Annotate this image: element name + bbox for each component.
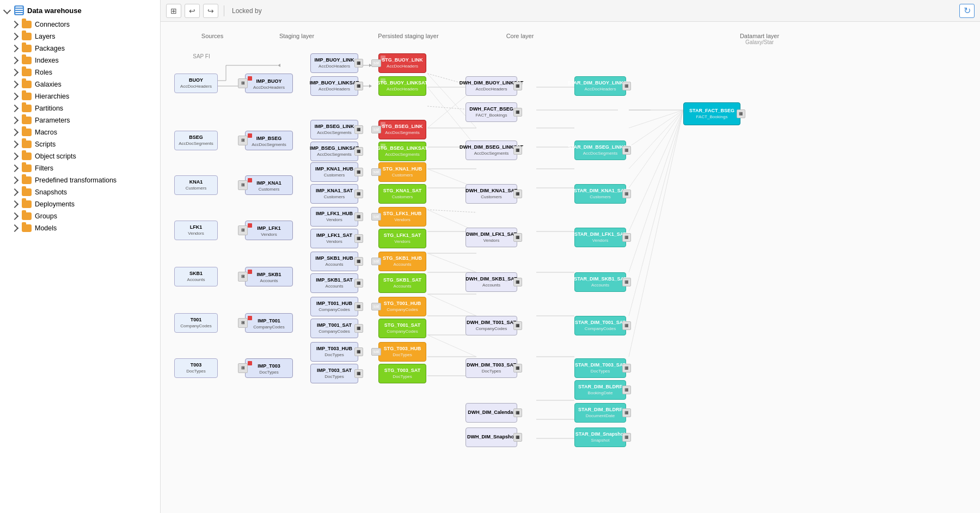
imp-skb1[interactable]: ⊞ IMP_SKB1 Accounts — [245, 267, 293, 286]
imp-t001-hub[interactable]: IMP_T001_HUB CompanyCodes ▦ — [310, 297, 358, 316]
imp-bseg-linksat[interactable]: IMP_BSEG_LINKSAT AccDocSegments ▦ — [310, 142, 358, 161]
core-dim-kna1-sat[interactable]: DWH_DIM_KNA1_SAT Customers ▦ — [465, 184, 517, 204]
source-kna1[interactable]: KNA1 Customers — [174, 175, 218, 195]
sidebar-item-models[interactable]: Models — [0, 222, 160, 234]
imp-lfk1[interactable]: ⊞ IMP_LFK1 Vendors — [245, 221, 293, 240]
sidebar-item-layers[interactable]: Layers — [0, 30, 160, 42]
core-fact-bseg[interactable]: DWH_FACT_BSEG FACT_Bookings ▦ — [465, 102, 517, 122]
stg-kna1-hub[interactable]: STG_KNA1_HUB Customers sat — [378, 162, 426, 182]
imp-kna1-sat[interactable]: IMP_KNA1_SAT Customers ▦ — [310, 184, 358, 204]
star-dim-lfk1-sat[interactable]: STAR_DIM_LFK1_SAT Vendors ▦ — [574, 228, 626, 247]
sidebar-item-partitions[interactable]: Partitions — [0, 102, 160, 114]
star-dim-skb1-sat[interactable]: STAR_DIM_SKB1_SAT Accounts ▦ — [574, 272, 626, 292]
imp-kna1-hub[interactable]: IMP_KNA1_HUB Customers ▦ — [310, 162, 358, 182]
star-dim-kna1-sat[interactable]: STAR_DIM_KNA1_SAT Customers ▦ — [574, 184, 626, 204]
imp-lfk1-sat[interactable]: IMP_LFK1_SAT Vendors ▦ — [310, 229, 358, 248]
stg-lfk1-sat[interactable]: STG_LFK1_SAT Vendors — [378, 229, 426, 248]
sap-fi-label: SAP FI — [171, 53, 231, 59]
packages-folder-icon — [22, 45, 32, 52]
dm-badge6: ▦ — [622, 321, 631, 330]
core-dim-calendar[interactable]: DWH_DIM_Calendar ▦ — [465, 403, 517, 423]
sidebar-item-macros[interactable]: Macros — [0, 126, 160, 138]
imp-t003-sat[interactable]: IMP_T003_SAT DocTypes ▦ — [310, 364, 358, 383]
list-icon: ⊞ — [170, 7, 177, 15]
star-dim-bldrf-documentdate[interactable]: STAR_DIM_BLDRF DocumentDate ▦ — [574, 403, 626, 423]
stg-kna1-sat[interactable]: STG_KNA1_SAT Customers — [378, 184, 426, 204]
imp-skb1-sat[interactable]: IMP_SKB1_SAT Accounts ▦ — [310, 273, 358, 293]
imp-t003[interactable]: ⊞ IMP_T003 DocTypes — [245, 358, 293, 378]
imp-buoy-linksat[interactable]: IMP_BUOY_LINKSAT AccDocHeaders ▦ — [310, 76, 358, 96]
db-icon — [14, 5, 24, 15]
list-btn[interactable]: ⊞ — [166, 4, 181, 18]
sidebar-item-roles[interactable]: Roles — [0, 66, 160, 78]
source-t001[interactable]: T001 CompanyCodes — [174, 313, 218, 333]
stg-lfk1-hub[interactable]: STG_LFK1_HUB Vendors sat — [378, 207, 426, 227]
sidebar-item-hierarchies[interactable]: Hierarchies — [0, 90, 160, 102]
sidebar-item-indexes[interactable]: Indexes — [0, 54, 160, 66]
tree-root[interactable]: Data warehouse — [0, 2, 160, 19]
sidebar-item-connectors[interactable]: Connectors — [0, 19, 160, 30]
imp-skb1-hub[interactable]: IMP_SKB1_HUB Accounts ▦ — [310, 252, 358, 271]
right-badge14: ▦ — [354, 369, 363, 378]
stg-t001-hub[interactable]: STG_T001_HUB CompanyCodes sat — [378, 297, 426, 316]
source-t003[interactable]: T003 DocTypes — [174, 358, 218, 378]
core-dim-t003-sat[interactable]: DWH_DIM_T003_SAT DocTypes ▦ — [465, 358, 517, 378]
imp-t003-hub[interactable]: IMP_T003_HUB DocTypes ▦ — [310, 342, 358, 362]
stg-bseg-linksat[interactable]: STG_BSEG_LINKSAT AccDocSegments — [378, 142, 426, 161]
stg-bseg-link[interactable]: STG_BSEG_LINK AccDocSegments sat — [378, 120, 426, 139]
models-label: Models — [35, 224, 57, 232]
stg-skb1-hub[interactable]: STG_SKB1_HUB Accounts sat — [378, 252, 426, 271]
core-dim-bseg-linksat[interactable]: DWH_DIM_BSEG_LINKSAT AccDocSegments ▦ — [465, 141, 517, 160]
undo-btn[interactable]: ↩ — [185, 4, 200, 18]
imp-bseg-link[interactable]: IMP_BSEG_LINK AccDocSegments ▦ — [310, 120, 358, 139]
sidebar-item-filters[interactable]: Filters — [0, 162, 160, 174]
core-dim-buoy-linksat[interactable]: DWH_DIM_BUOY_LINKSAT AccDocHeaders ▦ — [465, 76, 517, 96]
star-dim-bseg-linksat[interactable]: STAR_DIM_BSEG_LINKSAT AccDocSegments ▦ — [574, 141, 626, 160]
star-dim-buoy-linksat[interactable]: STAR_DIM_BUOY_LINKSAT AccDocHeaders ▦ — [574, 76, 626, 96]
imp-lfk1-hub[interactable]: IMP_LFK1_HUB Vendors ▦ — [310, 207, 358, 227]
star-fact-bseg[interactable]: STAR_FACT_BSEG FACT_Bookings ▦ — [683, 102, 740, 125]
core-dim-lfk1-sat[interactable]: DWH_DIM_LFK1_SAT Vendors ▦ — [465, 228, 517, 247]
stg-badge-l7: sat — [371, 348, 381, 356]
canvas-container[interactable]: Sources Staging layer Persisted staging … — [161, 22, 980, 513]
stg-buoy-link[interactable]: STG_BUOY_LINK AccDocHeaders sat — [378, 53, 426, 73]
imp-buoy-adc[interactable]: ⊞ IMP_BUOY AccDocHeaders — [245, 74, 293, 93]
star-dim-t003-sat[interactable]: STAR_DIM_T003_SAT DocTypes ▦ — [574, 358, 626, 378]
sidebar-item-packages[interactable]: Packages — [0, 42, 160, 54]
redo-btn[interactable]: ↪ — [203, 4, 218, 18]
imp-badge3: ⊞ — [238, 180, 248, 190]
core-dim-snapshot[interactable]: DWH_DIM_Snapshot ▦ — [465, 428, 517, 447]
stg-buoy-linksat[interactable]: STG_BUOY_LINKSAT AccDocHeaders — [378, 76, 426, 96]
imp-buoy-link[interactable]: IMP_BUOY_LINK AccDocHeaders ▦ — [310, 53, 358, 73]
sidebar-item-scripts[interactable]: Scripts — [0, 138, 160, 150]
sidebar-item-snapshots[interactable]: Snapshots — [0, 186, 160, 198]
stg-badge-l5: sat — [371, 258, 381, 265]
stg-t001-sat[interactable]: STG_T001_SAT CompanyCodes — [378, 319, 426, 338]
sidebar-item-predefined-transformations[interactable]: Predefined transformations — [0, 174, 160, 186]
sidebar-item-object-scripts[interactable]: Object scripts — [0, 150, 160, 162]
stg-t003-sat[interactable]: STG_T003_SAT DocTypes — [378, 364, 426, 383]
groups-folder-icon — [22, 212, 32, 220]
refresh-btn[interactable]: ↻ — [959, 4, 975, 18]
source-bseg[interactable]: BSEG AccDocSegments — [174, 131, 218, 150]
core-dim-t001-sat[interactable]: DWH_DIM_T001_SAT CompanyCodes ▦ — [465, 316, 517, 335]
sidebar-item-parameters[interactable]: Parameters — [0, 114, 160, 126]
source-buoy[interactable]: BUOY AccDocHeaders — [174, 74, 218, 93]
imp-bseg[interactable]: ⊞ IMP_BSEG AccDocSegments — [245, 131, 293, 150]
stg-skb1-sat[interactable]: STG_SKB1_SAT Accounts — [378, 273, 426, 293]
star-dim-t001-sat[interactable]: STAR_DIM_T001_SAT CompanyCodes ▦ — [574, 316, 626, 335]
core-dim-skb1-sat[interactable]: DWH_DIM_SKB1_SAT Accounts ▦ — [465, 272, 517, 292]
source-skb1[interactable]: SKB1 Accounts — [174, 267, 218, 286]
filters-label: Filters — [35, 164, 53, 172]
imp-t001-sat[interactable]: IMP_T001_SAT CompanyCodes ▦ — [310, 319, 358, 338]
imp-t001[interactable]: ⊞ IMP_T001 CompanyCodes — [245, 313, 293, 333]
stg-t003-hub[interactable]: STG_T003_HUB DocTypes sat — [378, 342, 426, 362]
star-dim-snapshot[interactable]: STAR_DIM_Snapshot Snapshot ▦ — [574, 428, 626, 447]
source-lfk1[interactable]: LFK1 Vendors — [174, 221, 218, 240]
sidebar-item-deployments[interactable]: Deployments — [0, 198, 160, 210]
imp-kna1[interactable]: ⊞ IMP_KNA1 Customers — [245, 175, 293, 195]
sidebar-item-groups[interactable]: Groups — [0, 210, 160, 222]
sidebar-item-galaxies[interactable]: Galaxies — [0, 78, 160, 90]
star-dim-bldrf-bookingdate[interactable]: STAR_DIM_BLDRF BookingDate ▦ — [574, 380, 626, 400]
galaxies-folder-icon — [22, 81, 32, 88]
